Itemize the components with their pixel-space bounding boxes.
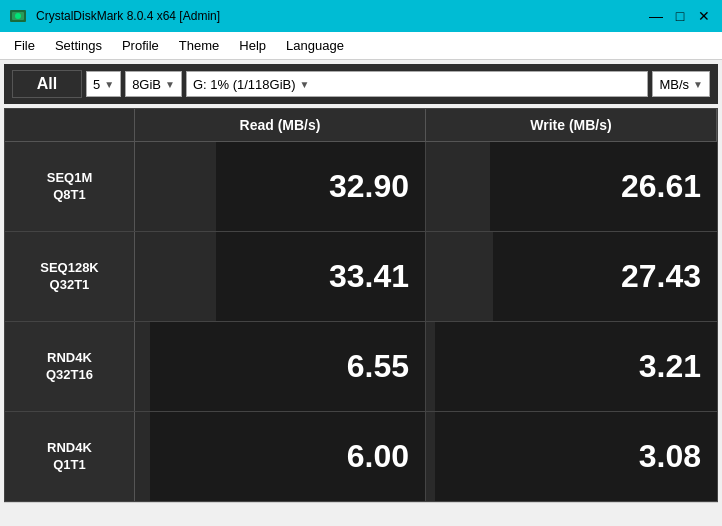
write-value-2: 3.21	[623, 340, 717, 393]
status-bar	[4, 502, 718, 522]
row-read-2: 6.55	[135, 322, 426, 411]
row-label-1: SEQ128K Q32T1	[5, 232, 135, 321]
maximize-button[interactable]: □	[670, 6, 690, 26]
row-read-3: 6.00	[135, 412, 426, 501]
app-icon	[8, 6, 28, 26]
unit-dropdown[interactable]: MB/s ▼	[652, 71, 710, 97]
write-value-3: 3.08	[623, 430, 717, 483]
benchmark-table: Read (MB/s) Write (MB/s) SEQ1M Q8T132.90…	[4, 108, 718, 502]
app-body: All 5 ▼ 8GiB ▼ G: 1% (1/118GiB) ▼ MB/s ▼…	[0, 60, 722, 526]
table-row: RND4K Q32T166.553.21	[5, 322, 717, 412]
table-row: RND4K Q1T16.003.08	[5, 412, 717, 501]
read-value-3: 6.00	[331, 430, 425, 483]
row-write-0: 26.61	[426, 142, 717, 231]
app-title: CrystalDiskMark 8.0.4 x64 [Admin]	[36, 9, 220, 23]
menu-file[interactable]: File	[4, 32, 45, 59]
menu-settings[interactable]: Settings	[45, 32, 112, 59]
table-row: SEQ128K Q32T133.4127.43	[5, 232, 717, 322]
menu-bar: File Settings Profile Theme Help Languag…	[0, 32, 722, 60]
runs-dropdown[interactable]: 5 ▼	[86, 71, 121, 97]
menu-help[interactable]: Help	[229, 32, 276, 59]
read-value-2: 6.55	[331, 340, 425, 393]
header-write: Write (MB/s)	[426, 109, 717, 141]
write-value-1: 27.43	[605, 250, 717, 303]
row-write-1: 27.43	[426, 232, 717, 321]
header-label	[5, 109, 135, 141]
controls-row: All 5 ▼ 8GiB ▼ G: 1% (1/118GiB) ▼ MB/s ▼	[4, 64, 718, 104]
drive-dropdown[interactable]: G: 1% (1/118GiB) ▼	[186, 71, 649, 97]
row-label-3: RND4K Q1T1	[5, 412, 135, 501]
size-dropdown[interactable]: 8GiB ▼	[125, 71, 182, 97]
menu-profile[interactable]: Profile	[112, 32, 169, 59]
menu-theme[interactable]: Theme	[169, 32, 229, 59]
read-value-1: 33.41	[313, 250, 425, 303]
title-bar-controls: — □ ✕	[646, 6, 714, 26]
table-header: Read (MB/s) Write (MB/s)	[5, 109, 717, 142]
close-button[interactable]: ✕	[694, 6, 714, 26]
svg-point-2	[15, 13, 21, 19]
write-value-0: 26.61	[605, 160, 717, 213]
table-row: SEQ1M Q8T132.9026.61	[5, 142, 717, 232]
all-button[interactable]: All	[12, 70, 82, 98]
unit-dropdown-arrow: ▼	[693, 79, 703, 90]
size-dropdown-arrow: ▼	[165, 79, 175, 90]
row-label-0: SEQ1M Q8T1	[5, 142, 135, 231]
drive-dropdown-arrow: ▼	[300, 79, 310, 90]
title-bar: CrystalDiskMark 8.0.4 x64 [Admin] — □ ✕	[0, 0, 722, 32]
read-value-0: 32.90	[313, 160, 425, 213]
title-bar-left: CrystalDiskMark 8.0.4 x64 [Admin]	[8, 6, 220, 26]
row-write-3: 3.08	[426, 412, 717, 501]
minimize-button[interactable]: —	[646, 6, 666, 26]
row-read-0: 32.90	[135, 142, 426, 231]
header-read: Read (MB/s)	[135, 109, 426, 141]
row-write-2: 3.21	[426, 322, 717, 411]
menu-language[interactable]: Language	[276, 32, 354, 59]
row-read-1: 33.41	[135, 232, 426, 321]
runs-dropdown-arrow: ▼	[104, 79, 114, 90]
table-body: SEQ1M Q8T132.9026.61SEQ128K Q32T133.4127…	[5, 142, 717, 501]
row-label-2: RND4K Q32T16	[5, 322, 135, 411]
